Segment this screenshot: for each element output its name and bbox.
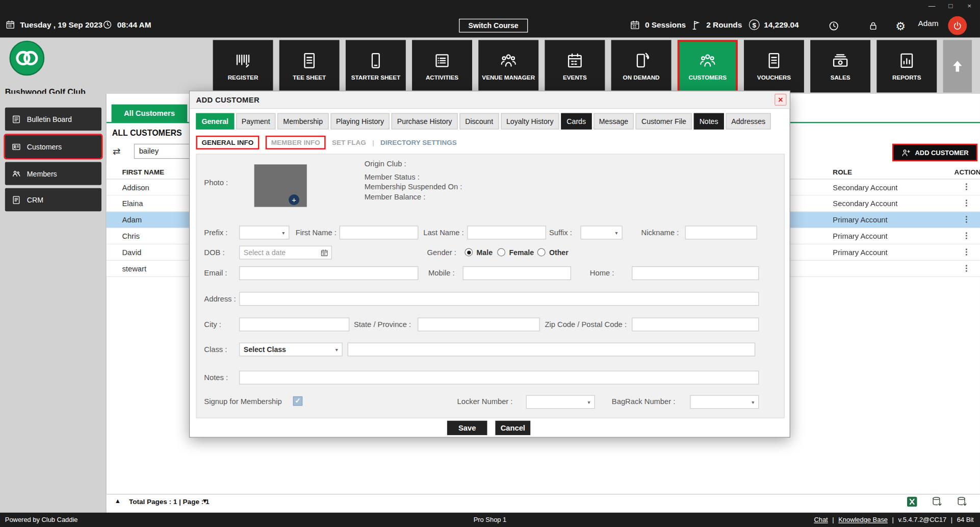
toolbar-customers-button[interactable]: CUSTOMERS — [678, 40, 738, 92]
tab-customer-file[interactable]: Customer File — [636, 113, 692, 130]
toolbar-activities-button[interactable]: ACTIVITIES — [412, 40, 472, 92]
row-actions-icon[interactable]: ⋮ — [963, 231, 971, 240]
date-display: Tuesday , 19 Sep 2023 — [5, 19, 102, 30]
row-actions-icon[interactable]: ⋮ — [963, 247, 971, 256]
user-menu[interactable]: Adam — [918, 19, 938, 28]
row-actions-icon[interactable]: ⋮ — [963, 214, 971, 223]
toolbar-label: REGISTER — [228, 74, 259, 81]
gender-female-label: Female — [509, 249, 534, 257]
save-button[interactable]: Save — [447, 421, 487, 435]
power-button[interactable] — [948, 16, 967, 35]
minimize-icon[interactable]: — — [922, 0, 941, 13]
tab-message[interactable]: Message — [594, 113, 634, 130]
zip-field[interactable] — [632, 318, 759, 332]
cell-first-name: Addison — [122, 183, 149, 192]
signup-membership-checkbox[interactable]: ✓ — [293, 396, 302, 406]
gear-icon[interactable]: ⚙ — [895, 19, 906, 33]
gender-other-radio[interactable] — [537, 248, 546, 256]
page-dropdown-icon[interactable]: ▼ — [201, 497, 208, 504]
tab-playing-history[interactable]: Playing History — [330, 113, 390, 130]
toolbar-starter-sheet-button[interactable]: STARTER SHEET — [346, 40, 406, 92]
suffix-select[interactable]: ▼ — [580, 225, 622, 239]
class-detail-field[interactable] — [348, 343, 755, 357]
modal-close-icon[interactable]: × — [775, 94, 786, 106]
sidebar-item-crm[interactable]: CRM — [5, 188, 101, 211]
toolbar-tee-sheet-button[interactable]: TEE SHEET — [279, 40, 340, 92]
suffix-label: Suffix : — [549, 228, 572, 237]
toolbar-vouchers-button[interactable]: VOUCHERS — [744, 40, 804, 92]
sessions-indicator[interactable]: 0 Sessions — [629, 19, 686, 31]
clock-tool-icon[interactable] — [828, 20, 840, 32]
class-select[interactable]: Select Class ▼ — [239, 343, 343, 357]
cell-first-name: David — [122, 248, 141, 257]
row-actions-icon[interactable]: ⋮ — [963, 198, 971, 207]
toolbar-register-button[interactable]: REGISTER — [213, 40, 273, 92]
balance-indicator[interactable]: $ 14,229.04 — [749, 19, 799, 30]
notes-field[interactable] — [239, 371, 759, 385]
photo-label: Photo : — [204, 178, 228, 187]
address-field[interactable] — [239, 292, 759, 306]
gender-female-radio[interactable] — [497, 248, 505, 256]
date-picker-icon[interactable] — [320, 248, 329, 257]
collapse-up-icon[interactable]: ▲ — [115, 497, 121, 504]
chat-link[interactable]: Chat — [814, 516, 828, 523]
tab-membership[interactable]: Membership — [277, 113, 328, 130]
bagrack-number-select[interactable]: ▼ — [690, 395, 759, 409]
gender-other-label: Other — [549, 249, 569, 257]
modal-title: ADD CUSTOMER — [196, 95, 260, 104]
maximize-icon[interactable]: □ — [941, 0, 960, 13]
rounds-indicator[interactable]: 2 Rounds — [691, 19, 742, 31]
mobile-field[interactable] — [463, 266, 571, 280]
subtab-member-info[interactable]: MEMBER INFO — [266, 136, 326, 149]
cancel-button[interactable]: Cancel — [495, 421, 530, 435]
subtab-general-info[interactable]: GENERAL INFO — [196, 136, 259, 149]
tab-purchase-history[interactable]: Purchase History — [392, 113, 458, 130]
bulletin-board-icon — [11, 114, 21, 124]
cell-role: Secondary Account — [833, 183, 897, 192]
city-field[interactable] — [239, 318, 349, 332]
toolbar-venue-manager-button[interactable]: VENUE MANAGER — [478, 40, 538, 92]
export-database-icon[interactable] — [931, 496, 943, 508]
switch-course-button[interactable]: Switch Course — [459, 19, 528, 33]
row-actions-icon[interactable]: ⋮ — [963, 263, 971, 272]
sidebar-item-bulletin-board[interactable]: Bulletin Board — [5, 108, 101, 131]
photo-upload-box[interactable]: + — [254, 164, 307, 207]
refresh-swap-icon[interactable]: ⇄ — [113, 146, 120, 157]
add-photo-icon[interactable]: + — [289, 194, 299, 205]
sidebar-item-members[interactable]: Members — [5, 162, 101, 185]
close-icon[interactable]: × — [960, 0, 979, 13]
sidebar-item-customers[interactable]: Customers — [5, 135, 101, 158]
add-customer-button[interactable]: ADD CUSTOMER — [892, 144, 977, 161]
last-name-field[interactable] — [467, 225, 546, 239]
locker-number-select[interactable]: ▼ — [526, 395, 595, 409]
tab-general[interactable]: General — [196, 113, 234, 130]
toolbar-events-button[interactable]: EVENTS — [545, 40, 605, 92]
dob-field[interactable]: Select a date — [239, 246, 332, 260]
first-name-field[interactable] — [340, 225, 419, 239]
tab-payment[interactable]: Payment — [236, 113, 276, 130]
tab-loyalty-history[interactable]: Loyalty History — [501, 113, 559, 130]
nickname-field[interactable] — [685, 225, 757, 239]
home-phone-field[interactable] — [632, 266, 759, 280]
prefix-select[interactable]: ▼ — [239, 225, 289, 239]
backup-database-icon[interactable] — [956, 496, 968, 508]
subtab-set-flag[interactable]: SET FLAG — [332, 139, 366, 146]
tab-discount[interactable]: Discount — [459, 113, 499, 130]
knowledge-base-link[interactable]: Knowledge Base — [838, 516, 888, 523]
tab-addresses[interactable]: Addresses — [726, 113, 771, 130]
toolbar-reports-button[interactable]: REPORTS — [876, 40, 937, 92]
lock-icon[interactable] — [868, 20, 879, 32]
toolbar-sales-button[interactable]: SALES — [810, 40, 870, 92]
toolbar-on-demand-button[interactable]: ON DEMAND — [611, 40, 672, 92]
export-excel-icon[interactable] — [906, 496, 918, 508]
state-field[interactable] — [418, 318, 539, 332]
toolbar-collapse-button[interactable] — [943, 40, 972, 92]
gender-male-radio[interactable] — [465, 248, 473, 256]
email-field[interactable] — [239, 266, 418, 280]
member-status-label: Member Status : — [365, 172, 420, 181]
tab-all-customers[interactable]: All Customers — [112, 105, 188, 122]
row-actions-icon[interactable]: ⋮ — [963, 182, 971, 191]
tab-cards[interactable]: Cards — [561, 113, 591, 130]
subtab-directory-settings[interactable]: DIRECTORY SETTINGS — [380, 139, 457, 146]
tab-notes[interactable]: Notes — [694, 113, 724, 130]
